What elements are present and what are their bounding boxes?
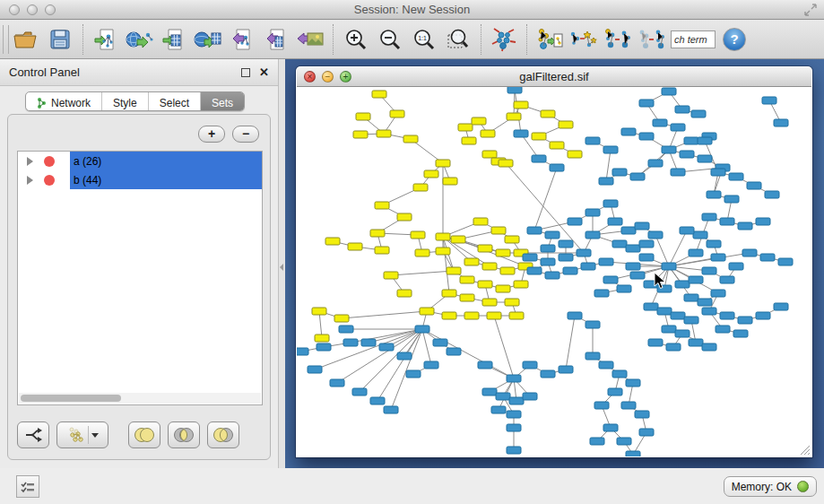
network-node[interactable] — [720, 312, 734, 319]
network-node[interactable] — [671, 312, 685, 319]
select-first-neighbors-button[interactable] — [567, 23, 601, 56]
new-network-from-selection-button[interactable] — [533, 23, 567, 56]
network-node[interactable] — [523, 393, 537, 400]
export-table-button[interactable] — [259, 23, 293, 56]
network-node[interactable] — [711, 290, 725, 297]
zoom-1-1-button[interactable]: 1:1 — [407, 23, 441, 56]
network-node[interactable] — [585, 352, 600, 360]
network-node[interactable] — [514, 101, 528, 109]
network-node[interactable] — [765, 191, 779, 198]
import-network-file-button[interactable] — [89, 23, 123, 56]
network-node[interactable] — [496, 393, 510, 400]
import-table-file-button[interactable] — [157, 23, 191, 56]
network-node[interactable] — [559, 121, 573, 128]
network-node[interactable] — [442, 312, 456, 319]
network-node[interactable] — [568, 151, 582, 158]
network-node[interactable] — [662, 146, 676, 153]
network-node[interactable] — [559, 366, 573, 373]
network-node[interactable] — [500, 267, 515, 274]
network-node[interactable] — [680, 151, 694, 158]
network-node[interactable] — [742, 249, 757, 256]
close-panel-icon[interactable]: ✕ — [259, 65, 269, 79]
network-node[interactable] — [403, 135, 418, 143]
network-node[interactable] — [621, 227, 636, 234]
network-node[interactable] — [507, 411, 521, 418]
network-node[interactable] — [482, 299, 497, 306]
network-node[interactable] — [671, 124, 685, 131]
network-node[interactable] — [590, 438, 604, 445]
network-node[interactable] — [496, 285, 510, 292]
network-node[interactable] — [626, 245, 640, 252]
network-node[interactable] — [729, 263, 743, 270]
import-table-web-button[interactable] — [191, 23, 225, 56]
network-node[interactable] — [608, 388, 622, 395]
network-node[interactable] — [684, 294, 698, 301]
network-node[interactable] — [356, 113, 370, 120]
network-node[interactable] — [702, 267, 716, 274]
network-node[interactable] — [599, 361, 613, 369]
network-node[interactable] — [353, 131, 368, 138]
horizontal-scrollbar[interactable] — [19, 393, 261, 404]
network-node[interactable] — [514, 130, 528, 137]
network-node[interactable] — [774, 119, 788, 126]
toolbar-drag-grip[interactable] — [3, 25, 9, 54]
network-node[interactable] — [415, 326, 429, 333]
network-node[interactable] — [684, 317, 698, 324]
network-node[interactable] — [693, 231, 707, 239]
network-window[interactable]: × − + galFiltered.sif — [296, 66, 812, 457]
import-network-web-button[interactable] — [123, 23, 157, 56]
network-node[interactable] — [443, 178, 457, 185]
expander-triangle-icon[interactable] — [27, 157, 33, 166]
network-node[interactable] — [653, 119, 667, 126]
network-node[interactable] — [711, 254, 725, 261]
network-node[interactable] — [599, 258, 613, 265]
network-node[interactable] — [689, 276, 703, 283]
task-history-button[interactable] — [16, 475, 39, 498]
network-node[interactable] — [648, 339, 663, 346]
tab-sets[interactable]: Sets — [201, 92, 244, 110]
network-node[interactable] — [675, 106, 690, 113]
search-input[interactable] — [671, 30, 716, 48]
network-node[interactable] — [599, 178, 613, 185]
network-node[interactable] — [720, 218, 734, 225]
network-node[interactable] — [635, 411, 649, 418]
network-node[interactable] — [594, 402, 609, 409]
network-node[interactable] — [657, 308, 672, 315]
network-node[interactable] — [482, 388, 497, 395]
apply-layout-button[interactable] — [487, 23, 521, 56]
network-node[interactable] — [451, 236, 465, 243]
network-node[interactable] — [662, 263, 676, 270]
scrollbar-thumb[interactable] — [21, 395, 121, 402]
network-node[interactable] — [603, 424, 618, 431]
network-node[interactable] — [541, 245, 555, 252]
network-node[interactable] — [644, 303, 658, 310]
network-node[interactable] — [397, 213, 412, 221]
network-node[interactable] — [464, 258, 479, 265]
network-node[interactable] — [370, 397, 385, 404]
network-node[interactable] — [626, 263, 640, 270]
network-node[interactable] — [689, 249, 703, 256]
network-node[interactable] — [711, 169, 725, 176]
network-node[interactable] — [424, 361, 438, 369]
tab-select[interactable]: Select — [149, 92, 201, 110]
network-node[interactable] — [532, 133, 546, 140]
network-node[interactable] — [315, 335, 329, 342]
network-node[interactable] — [594, 290, 609, 297]
network-node[interactable] — [774, 303, 788, 310]
network-node[interactable] — [756, 312, 770, 319]
network-node[interactable] — [603, 200, 618, 207]
network-node[interactable] — [545, 272, 559, 279]
network-node[interactable] — [729, 173, 743, 180]
network-node[interactable] — [458, 124, 473, 131]
network-node[interactable] — [720, 276, 734, 283]
tab-style[interactable]: Style — [102, 92, 149, 110]
network-node[interactable] — [639, 240, 654, 248]
network-node[interactable] — [472, 117, 486, 125]
network-node[interactable] — [626, 379, 640, 387]
network-node[interactable] — [473, 218, 488, 225]
show-all-button[interactable] — [635, 23, 669, 56]
network-node[interactable] — [648, 231, 663, 239]
network-node[interactable] — [747, 182, 761, 189]
difference-sets-button[interactable] — [207, 421, 239, 448]
network-node[interactable] — [384, 406, 398, 413]
